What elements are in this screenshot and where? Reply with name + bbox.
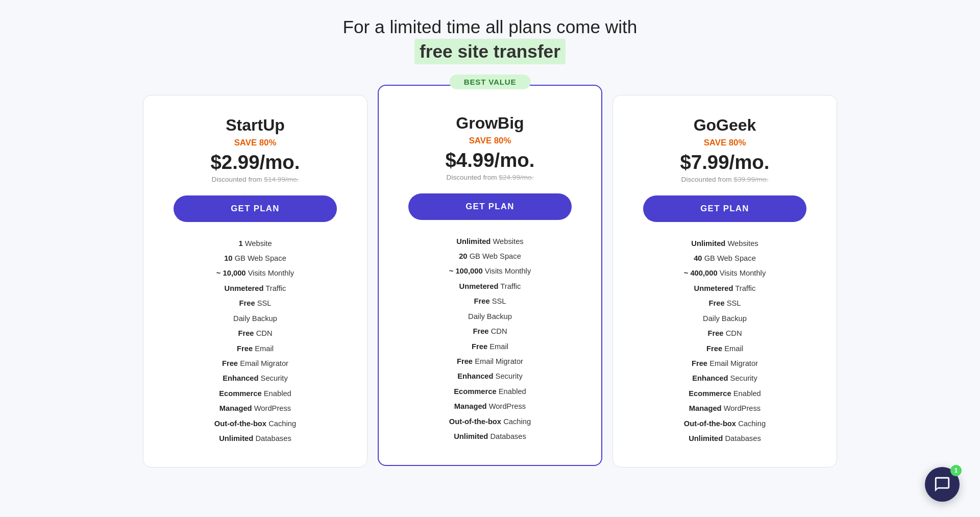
chat-icon xyxy=(934,476,951,493)
best-value-badge: BEST VALUE xyxy=(450,75,531,89)
feature-item: Free CDN xyxy=(159,326,352,341)
feature-item: 20 GB Web Space xyxy=(394,249,586,264)
hero-line1: For a limited time all plans come with xyxy=(343,17,638,37)
get-plan-button-startup[interactable]: GET PLAN xyxy=(174,195,337,222)
discounted-from-startup: Discounted from $14.99/mo. xyxy=(159,176,352,183)
discounted-from-gogeek: Discounted from $39.99/mo. xyxy=(628,176,821,183)
feature-item: Daily Backup xyxy=(159,311,352,326)
plan-card-startup: StartUpSAVE 80%$2.99/mo.Discounted from … xyxy=(143,95,368,467)
feature-item: Free Email Migrator xyxy=(394,354,586,369)
plan-price-gogeek: $7.99/mo. xyxy=(628,151,821,174)
plan-card-gogeek: GoGeekSAVE 80%$7.99/mo.Discounted from $… xyxy=(612,95,837,467)
feature-item: Free CDN xyxy=(394,324,586,339)
feature-item: Unmetered Traffic xyxy=(394,279,586,294)
plan-name-gogeek: GoGeek xyxy=(628,116,821,135)
feature-item: Free Email xyxy=(394,339,586,354)
feature-item: Out-of-the-box Caching xyxy=(628,416,821,431)
feature-item: Ecommerce Enabled xyxy=(394,384,586,399)
feature-item: Unlimited Websites xyxy=(394,234,586,249)
feature-item: Out-of-the-box Caching xyxy=(394,414,586,429)
discounted-from-growbig: Discounted from $24.99/mo. xyxy=(394,174,586,181)
get-plan-button-growbig[interactable]: GET PLAN xyxy=(408,193,572,220)
chat-badge: 1 xyxy=(950,465,962,476)
get-plan-button-gogeek[interactable]: GET PLAN xyxy=(643,195,806,222)
features-list-growbig: Unlimited Websites20 GB Web Space~ 100,0… xyxy=(394,234,586,445)
feature-item: Free Email xyxy=(628,341,821,356)
feature-item: Free Email xyxy=(159,341,352,356)
plan-name-startup: StartUp xyxy=(159,116,352,135)
plan-card-growbig: BEST VALUEGrowBigSAVE 80%$4.99/mo.Discou… xyxy=(378,85,602,466)
feature-item: Free SSL xyxy=(394,294,586,309)
feature-item: 1 Website xyxy=(159,236,352,251)
save-badge-startup: SAVE 80% xyxy=(159,138,352,148)
feature-item: Ecommerce Enabled xyxy=(628,386,821,401)
plan-name-growbig: GrowBig xyxy=(394,114,586,133)
hero-highlight: free site transfer xyxy=(414,39,566,64)
save-badge-gogeek: SAVE 80% xyxy=(628,138,821,148)
feature-item: Enhanced Security xyxy=(394,369,586,384)
features-list-startup: 1 Website10 GB Web Space~ 10,000 Visits … xyxy=(159,236,352,447)
feature-item: Ecommerce Enabled xyxy=(159,386,352,401)
feature-item: ~ 400,000 Visits Monthly xyxy=(628,266,821,281)
feature-item: Unmetered Traffic xyxy=(159,281,352,296)
feature-item: Unlimited Databases xyxy=(394,429,586,444)
feature-item: Unlimited Databases xyxy=(159,431,352,446)
feature-item: Out-of-the-box Caching xyxy=(159,416,352,431)
feature-item: Managed WordPress xyxy=(159,401,352,416)
feature-item: Managed WordPress xyxy=(394,399,586,414)
feature-item: Daily Backup xyxy=(628,311,821,326)
feature-item: Free CDN xyxy=(628,326,821,341)
feature-item: Free Email Migrator xyxy=(159,356,352,371)
hero-section: For a limited time all plans come with f… xyxy=(343,15,638,64)
feature-item: ~ 10,000 Visits Monthly xyxy=(159,266,352,281)
save-badge-growbig: SAVE 80% xyxy=(394,136,586,146)
feature-item: Unlimited Databases xyxy=(628,431,821,446)
feature-item: Daily Backup xyxy=(394,309,586,324)
feature-item: Free SSL xyxy=(159,296,352,311)
feature-item: Managed WordPress xyxy=(628,401,821,416)
plans-container: StartUpSAVE 80%$2.99/mo.Discounted from … xyxy=(138,85,842,467)
feature-item: Free Email Migrator xyxy=(628,356,821,371)
feature-item: 40 GB Web Space xyxy=(628,251,821,266)
chat-widget[interactable]: 1 xyxy=(925,467,960,502)
plan-price-startup: $2.99/mo. xyxy=(159,151,352,174)
feature-item: Unmetered Traffic xyxy=(628,281,821,296)
feature-item: Enhanced Security xyxy=(628,371,821,386)
plan-price-growbig: $4.99/mo. xyxy=(394,149,586,171)
feature-item: Free SSL xyxy=(628,296,821,311)
feature-item: ~ 100,000 Visits Monthly xyxy=(394,264,586,279)
feature-item: 10 GB Web Space xyxy=(159,251,352,266)
feature-item: Unlimited Websites xyxy=(628,236,821,251)
feature-item: Enhanced Security xyxy=(159,371,352,386)
features-list-gogeek: Unlimited Websites40 GB Web Space~ 400,0… xyxy=(628,236,821,447)
